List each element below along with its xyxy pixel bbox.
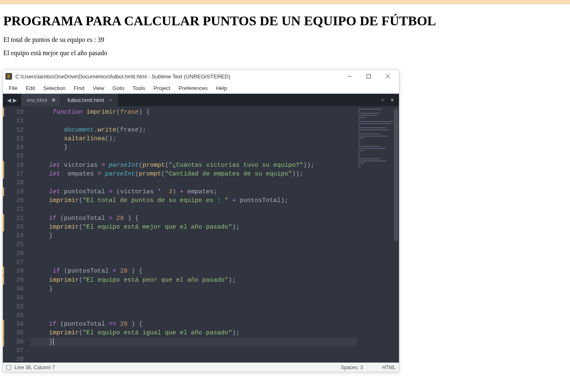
output-line-2: El equipo está mejor que el año pasado [3, 49, 567, 57]
page-heading: PROGRAMA PARA CALCULAR PUNTOS DE UN EQUI… [3, 13, 567, 29]
output-line-1: El total de puntos de su equipo es : 39 [3, 36, 567, 44]
browser-chrome-strip [0, 0, 570, 4]
rendered-html-page: PROGRAMA PARA CALCULAR PUNTOS DE UN EQUI… [0, 4, 570, 66]
